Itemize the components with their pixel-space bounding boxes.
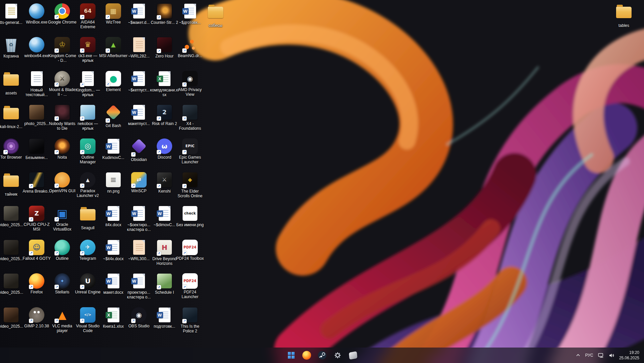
taskbar-steam-icon[interactable] (315, 349, 329, 362)
desktop-icon-label: ~$dimovC... (150, 223, 179, 228)
desktop-icon-obs-studio[interactable]: ◉↗OBS Studio (124, 307, 154, 329)
desktop-icon-word-backup-file[interactable]: ~WRL300... (124, 240, 154, 261)
desktop-icon-folder-tables[interactable]: tables (609, 3, 639, 28)
shortcut-arrow-icon: ↗ (54, 251, 59, 255)
speaker-icon (609, 353, 614, 358)
desktop-icon-epic-games-launcher[interactable]: EPIC↗Epic Games Launcher (175, 138, 205, 165)
desktop-icon-word-file[interactable]: Wмакет.docx (99, 273, 128, 295)
gear-icon (334, 351, 342, 359)
desktop-icon-beamng-drive[interactable]: ↗BeamNG.dr... (175, 37, 205, 58)
desktop-icon-amd-privacy-view[interactable]: ◉↗AMD Privacy View (175, 71, 205, 97)
desktop-icon-cpu-z-msi[interactable]: Z↗CPUID CPU-Z MSI (22, 206, 51, 232)
desktop-icon-photo-file[interactable]: photo_2025... (22, 105, 51, 126)
desktop-icon-kingdom-document-shortcut[interactable]: ↗Kingdom... — ярлык (73, 71, 103, 97)
tray-clock[interactable]: 19:20 25.06.2025 (617, 349, 642, 362)
desktop-icon-word-temp-file[interactable]: W~$дготовк... (175, 3, 205, 25)
desktop-icon-word-temp-file[interactable]: W~$it4x.docx (99, 240, 128, 261)
shortcut-arrow-icon: ↗ (157, 150, 161, 154)
desktop-icon-label: ~WRL282... (124, 54, 154, 59)
desktop-icon-word-temp-file[interactable]: W~$оектиро... кластера о... (124, 206, 154, 232)
desktop-icon-label: MSI Afterburner (99, 54, 128, 58)
desktop-icon-pdf24-toolbox[interactable]: PDF24↗PDF24 Toolbox (175, 240, 205, 261)
tray-hidden-icons-chevron[interactable] (574, 352, 582, 359)
desktop-icon-wiztree[interactable]: ▦↗WizTree (99, 3, 128, 25)
desktop-icon-label: Fallout 4 GOTY (22, 256, 51, 261)
desktop-icon-winbox-exe[interactable]: WinBox.exe (22, 3, 51, 25)
desktop-icon-excel-file[interactable]: Xкомпдлясани.xlsx (150, 71, 179, 97)
desktop-icon-google-chrome[interactable]: ↗Google Chrome (47, 3, 77, 25)
desktop-icon-kenshi[interactable]: ⚔↗Kenshi (150, 172, 179, 194)
desktop-icon-gimp[interactable]: ↗GIMP 2.10.38 (22, 307, 51, 329)
desktop-icon-folder-seagull[interactable]: Seagull (73, 206, 103, 231)
desktop-icon-png-image[interactable]: ≡nn.png (99, 172, 128, 194)
taskbar-firefox-icon[interactable] (300, 349, 313, 362)
desktop-icon-excel-file[interactable]: XКнига1.xlsx (99, 307, 128, 329)
desktop-icon-winscp[interactable]: ⇄↗WinSCP (124, 172, 154, 194)
taskbar-app-icon[interactable] (346, 349, 360, 362)
desktop-icon-label: ck3.exe — ярлык (73, 54, 103, 63)
desktop-icon-telegram[interactable]: ✈↗Telegram (73, 240, 103, 261)
desktop-icon-nobody-wants-to-die[interactable]: ↗Nobody Wants to Die (47, 105, 77, 131)
desktop-icon-unreal-engine[interactable]: U↗Unreal Engine (73, 273, 103, 295)
desktop-icon-aida64-extreme[interactable]: 64↗AIDA64 Extreme (73, 3, 103, 30)
tray-language-indicator[interactable]: РУС (583, 351, 595, 359)
desktop-icon-outline-manager[interactable]: ◎↗Outline Manager (73, 138, 103, 165)
desktop-icon-outline-vpn[interactable]: ↗Outline (47, 240, 77, 261)
tray-volume-icon[interactable] (607, 351, 616, 360)
desktop-icon-visual-studio-code[interactable]: </>↗Visual Studio Code (73, 307, 103, 333)
desktop-icon-msi-afterburner[interactable]: ▲↗MSI Afterburner (99, 37, 128, 58)
desktop-icon-word-backup-file[interactable]: ~WRL282... (124, 37, 154, 59)
desktop-icon-openvpn-gui[interactable]: ↗OpenVPN GUI (47, 172, 77, 194)
desktop-icon-label: Paradox Launcher v2 (73, 189, 103, 198)
desktop-icon-elder-scrolls-online[interactable]: ◆↗The Elder Scrolls Online (175, 172, 205, 199)
desktop-icon-nekobox[interactable]: ↗nekobox — ярлык (73, 105, 103, 131)
desktop-icon-untitled-png[interactable]: checkБез имени.png (175, 206, 205, 228)
shortcut-arrow-icon: ↗ (157, 15, 161, 19)
desktop-icon-element-messenger[interactable]: ●↗Element (99, 71, 128, 92)
desktop-icon-kingdom-come-deliverance[interactable]: ♔↗Kingdom Come - D... (47, 37, 77, 63)
desktop-icon-discord[interactable]: ω↗Discord (150, 138, 179, 160)
desktop-icon-counter-strike-2[interactable]: ↗Counter-Str... 2 (150, 3, 179, 25)
desktop-icon-word-temp-file[interactable]: W~$макет.d... (124, 3, 154, 25)
shortcut-arrow-icon: ↗ (106, 82, 110, 87)
shortcut-arrow-icon: ↗ (157, 285, 161, 289)
start-button[interactable] (285, 349, 298, 362)
desktop-icon-paradox-launcher[interactable]: ▲↗Paradox Launcher v2 (73, 172, 103, 198)
desktop-icon-git-bash[interactable]: ↗Git Bash (99, 105, 128, 128)
desktop-icon-noita[interactable]: ↗Noita (47, 138, 77, 160)
desktop-icon-mount-and-blade-2[interactable]: ⚔↗Mount & Blade II - ... (47, 71, 77, 97)
desktop-icon-zero-hour[interactable]: ↗Zero Hour (150, 37, 179, 59)
desktop-icon-x4-foundations[interactable]: ↗X4 - Foundations (175, 105, 205, 131)
desktop-icon-oracle-virtualbox[interactable]: ▣↗Oracle VirtualBox (47, 206, 77, 232)
desktop-icon-crusader-kings-3[interactable]: ♛↗ck3.exe — ярлык (73, 37, 103, 63)
desktop-icon-winbox64-exe[interactable]: winbox64.exe (22, 37, 51, 58)
desktop-icon-vlc-media-player[interactable]: ▲↗VLC media player (47, 307, 77, 333)
taskbar-settings-icon[interactable] (331, 349, 344, 362)
shortcut-arrow-icon: ↗ (182, 116, 187, 121)
desktop-icon-word-file[interactable]: Wпроектиро... кластера о... (124, 273, 154, 300)
desktop-icon-stellaris[interactable]: ✦↗Stellaris (47, 273, 77, 295)
desktop-icon-pdf24-launcher[interactable]: PDF24↗PDF24 Launcher (175, 273, 205, 299)
desktop-icon-word-file[interactable]: WKudimovC... (99, 138, 128, 160)
desktop-icon-word-temp-file[interactable]: W~$кетпуст... (124, 71, 154, 93)
desktop-icon-drive-beyond-horizons[interactable]: H↗Drive Beyond Horizons (150, 240, 179, 266)
desktop-icon-word-file[interactable]: Wмакетпуст... (124, 105, 154, 126)
shortcut-arrow-icon: ↗ (54, 285, 59, 289)
desktop-icon-label: PDF24 Launcher (175, 290, 205, 299)
shortcut-arrow-icon: ↗ (131, 184, 136, 188)
desktop-icon-this-is-the-police-2[interactable]: ↗This Is the Police 2 (175, 307, 205, 334)
desktop-icon-folder-sobesy[interactable]: собесы (201, 3, 230, 28)
desktop-icon-new-text-document[interactable]: Новый текстовый... (22, 71, 51, 97)
desktop-icon-risk-of-rain-2[interactable]: 2↗Risk of Rain 2 (150, 105, 179, 126)
desktop-icon-untitled-image[interactable]: Безымянн... (22, 138, 51, 160)
desktop-icon-word-file[interactable]: Wподготовк... (150, 307, 179, 329)
desktop-icon-word-temp-file[interactable]: W~$dimovC... (150, 206, 179, 228)
tray-network-icon[interactable] (596, 351, 606, 360)
desktop-icon-arena-breakout[interactable]: ↗Arena Breako... (22, 172, 51, 194)
desktop-icon-schedule-1[interactable]: ↗Schedule I (150, 273, 179, 295)
desktop-icon-word-file[interactable]: Wit4x.docx (99, 206, 128, 228)
desktop-icon-firefox[interactable]: ↗Firefox (22, 273, 51, 295)
desktop-icon-label: Firefox (22, 290, 51, 295)
desktop-icon-fallout-4-goty[interactable]: ☺↗Fallout 4 GOTY (22, 240, 51, 261)
desktop-icon-obsidian[interactable]: ↗Obsidian (124, 138, 154, 162)
